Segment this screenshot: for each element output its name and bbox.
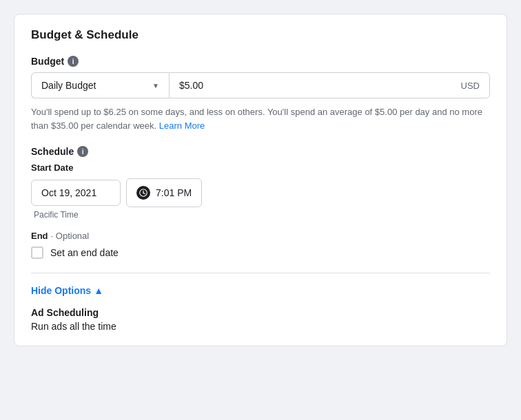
budget-row: Daily Budget ▼ $5.00 USD xyxy=(31,72,490,98)
budget-schedule-card: Budget & Schedule Budget i Daily Budget … xyxy=(14,14,507,346)
budget-info-icon[interactable]: i xyxy=(68,56,79,67)
schedule-info-icon[interactable]: i xyxy=(77,146,88,157)
timezone-label: Pacific Time xyxy=(34,210,490,220)
ad-scheduling-section: Ad Scheduling Run ads all the time xyxy=(31,307,490,332)
budget-type-label: Daily Budget xyxy=(41,80,96,91)
time-value: 7:01 PM xyxy=(156,187,192,198)
svg-line-2 xyxy=(143,193,145,193)
budget-label: Budget i xyxy=(31,56,490,67)
date-field[interactable]: Oct 19, 2021 xyxy=(31,180,121,206)
learn-more-link[interactable]: Learn More xyxy=(159,120,205,131)
set-end-date-checkbox[interactable] xyxy=(31,246,43,259)
set-end-date-label: Set an end date xyxy=(50,247,119,258)
hide-options-link[interactable]: Hide Options ▲ xyxy=(31,285,103,296)
section-title: Budget & Schedule xyxy=(31,28,490,42)
budget-currency: USD xyxy=(461,81,480,91)
section-divider xyxy=(31,273,490,273)
clock-icon xyxy=(136,186,150,200)
ad-scheduling-value: Run ads all the time xyxy=(31,321,490,332)
start-date-section: Start Date Oct 19, 2021 7:01 PM Pacific … xyxy=(31,162,490,220)
optional-label: · Optional xyxy=(51,231,90,241)
date-value: Oct 19, 2021 xyxy=(41,187,96,198)
schedule-label: Schedule i xyxy=(31,146,490,157)
set-end-date-row: Set an end date xyxy=(31,246,490,259)
start-date-label: Start Date xyxy=(31,162,490,173)
hide-options-arrow-icon: ▲ xyxy=(94,285,103,296)
time-field[interactable]: 7:01 PM xyxy=(126,178,202,207)
date-time-row: Oct 19, 2021 7:01 PM xyxy=(31,178,490,207)
budget-amount-value: $5.00 xyxy=(179,80,203,91)
budget-type-select[interactable]: Daily Budget ▼ xyxy=(31,72,169,98)
ad-scheduling-title: Ad Scheduling xyxy=(31,307,490,318)
budget-hint: You'll spend up to $6.25 on some days, a… xyxy=(31,105,490,132)
end-label-row: End · Optional xyxy=(31,231,490,241)
chevron-down-icon: ▼ xyxy=(152,82,159,90)
end-label: End xyxy=(31,231,48,241)
budget-amount-field[interactable]: $5.00 USD xyxy=(169,72,490,98)
